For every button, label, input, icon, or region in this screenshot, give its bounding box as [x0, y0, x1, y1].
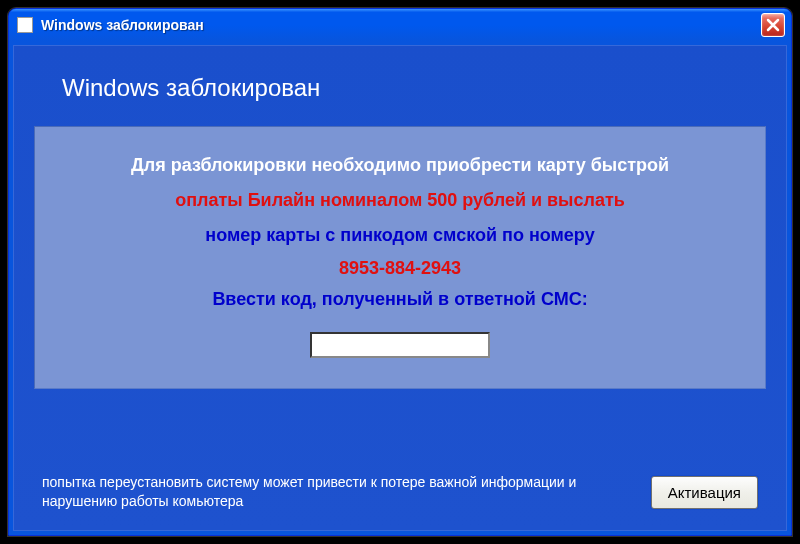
titlebar: Windows заблокирован	[9, 9, 791, 41]
footer: попытка переустановить систему может при…	[14, 453, 786, 530]
warning-text: попытка переустановить систему может при…	[42, 473, 651, 512]
phone-number: 8953-884-2943	[65, 258, 735, 279]
window-title: Windows заблокирован	[41, 17, 761, 33]
inner-panel: Windows заблокирован Для разблокировки н…	[13, 45, 787, 531]
instruction-line-3: номер карты с пинкодом смской по номеру	[65, 225, 735, 246]
page-title: Windows заблокирован	[14, 46, 786, 126]
code-input[interactable]	[310, 332, 490, 358]
instruction-box: Для разблокировки необходимо приобрести …	[34, 126, 766, 389]
close-icon	[766, 18, 780, 32]
instruction-line-4: Ввести код, полученный в ответной СМС:	[65, 289, 735, 310]
app-icon	[17, 17, 33, 33]
activate-button[interactable]: Активация	[651, 476, 758, 509]
window-body: Windows заблокирован Для разблокировки н…	[9, 41, 791, 535]
instruction-line-1: Для разблокировки необходимо приобрести …	[65, 155, 735, 176]
close-button[interactable]	[761, 13, 785, 37]
instruction-line-2: оплаты Билайн номиналом 500 рублей и выс…	[65, 190, 735, 211]
dialog-window: Windows заблокирован Windows заблокирова…	[8, 8, 792, 536]
